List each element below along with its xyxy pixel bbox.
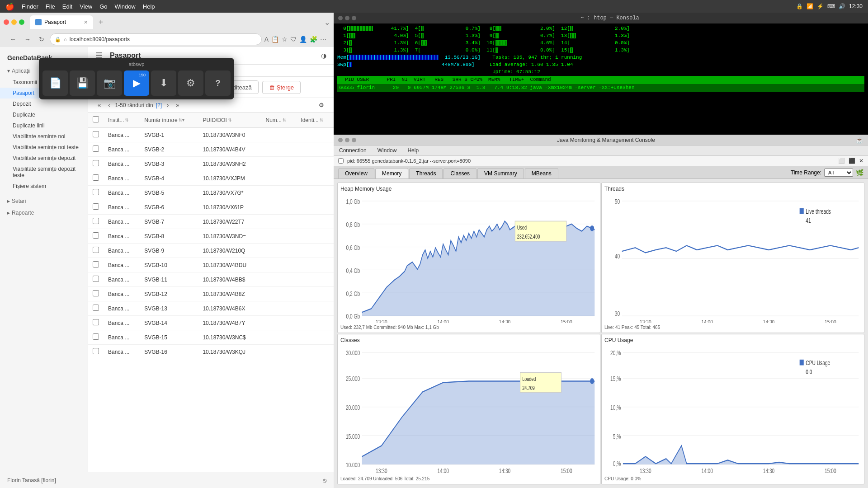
jc-tl-2[interactable] [345,138,349,142]
jc-menu-connection[interactable]: Connection [337,146,368,155]
sidebar-section-setari[interactable]: ▸ Setări [0,195,88,207]
table-row[interactable]: Banca ... SVGB-2 10.18730/W4B4V [88,142,334,157]
row-checkbox-0[interactable] [88,128,104,142]
more-icon[interactable]: ⋯ [320,36,326,43]
table-row[interactable]: Banca ... SVGB-14 10.18730/W4B7Y [88,316,334,330]
sidebar-item-viabilitate-depozit-teste[interactable]: Viabilitate semințe depozit teste [0,164,88,181]
jc-tab-memory[interactable]: Memory [375,168,408,178]
profile-icon[interactable]: 👤 [299,36,307,43]
apple-menu[interactable]: 🍎 [5,2,14,11]
mac-menu-help[interactable]: Help [143,3,155,10]
col-header-instit[interactable]: Instit...⇅ [104,113,140,128]
row-checkbox-12[interactable] [88,301,104,316]
ft-help-button[interactable]: ? [205,70,231,96]
jc-tab-classes[interactable]: Classes [443,168,476,178]
theme-toggle-icon[interactable]: ◑ [321,52,326,59]
sidebar-item-duplicate-linii[interactable]: Duplicate linii [0,120,88,131]
select-all-checkbox-header[interactable] [88,113,104,128]
table-row[interactable]: Banca ... SVGB-4 10.18730/VXJPM [88,171,334,186]
row-checkbox-14[interactable] [88,330,104,345]
table-row[interactable]: Banca ... SVGB-1 10.18730/W3NF0 [88,128,334,142]
jc-menu-help[interactable]: Help [406,146,420,155]
row-checkbox-6[interactable] [88,215,104,229]
sidebar-item-viabilitate-noi[interactable]: Viabilitate semințe noi [0,131,88,142]
page-settings-button[interactable]: ⚙ [316,101,326,109]
reader-icon[interactable]: 📋 [271,36,279,43]
table-row[interactable]: Banca ... SVGB-15 10.18730/W3NC$ [88,330,334,345]
sidebar-section-rapoarte[interactable]: ▸ Rapoarte [0,207,88,219]
jc-tab-vmsummary[interactable]: VM Summary [477,168,524,178]
bookmark-icon[interactable]: ☆ [282,36,288,43]
mac-menu-view[interactable]: View [80,3,92,10]
table-row[interactable]: Banca ... SVGB-3 10.18730/W3NH2 [88,157,334,171]
row-checkbox-10[interactable] [88,272,104,287]
traffic-light-maximize[interactable] [19,19,24,25]
sidebar-item-depozit[interactable]: Depozit [0,99,88,109]
jconsole-close-icon[interactable]: ✕ [859,158,863,164]
ft-play-button[interactable]: ▶ 150 [124,70,149,96]
table-row[interactable]: Banca ... SVGB-16 10.18730/W3KQJ [88,345,334,359]
address-bar[interactable]: 🔒 ⌂ localhost:8090/pasaports [50,33,262,45]
pagination-help[interactable]: [?] [156,102,162,108]
mac-menu-file[interactable]: File [46,3,55,10]
mac-menu-finder[interactable]: Finder [22,3,38,10]
traffic-light-close[interactable] [4,19,9,25]
table-row[interactable]: Banca ... SVGB-6 10.18730/VX61P [88,200,334,215]
new-tab-button[interactable]: + [95,18,107,27]
jc-tab-overview[interactable]: Overview [338,168,374,178]
ft-save-button[interactable]: 💾 [70,70,95,96]
nav-refresh-button[interactable]: ↻ [36,35,47,44]
jconsole-minimize-icon[interactable]: ⬜ [838,158,845,164]
first-page-button[interactable]: « [95,101,103,109]
row-checkbox-2[interactable] [88,157,104,171]
ft-download-button[interactable]: ⬇ [151,70,176,96]
jc-menu-window[interactable]: Window [376,146,399,155]
htop-process-line[interactable]: 66555 florin 20 0 6957M 1748M 27536 S 1.… [337,84,864,92]
tab-search-icon[interactable]: ⌄ [324,18,330,27]
delete-button[interactable]: 🗑 Șterge [262,81,301,94]
shield-icon[interactable]: 🛡 [290,36,297,43]
sidebar-item-fisiere-sistem[interactable]: Fișiere sistem [0,181,88,192]
ft-upload-button[interactable]: 📄 [42,70,68,96]
jconsole-pid-checkbox[interactable] [338,158,344,164]
jc-tab-threads[interactable]: Threads [409,168,443,178]
logout-icon[interactable]: ⎋ [323,477,326,484]
mac-menu-window[interactable]: Window [115,3,136,10]
table-row[interactable]: Banca ... SVGB-5 10.18730/VX7G* [88,186,334,200]
table-row[interactable]: Banca ... SVGB-11 10.18730/W4BB$ [88,272,334,287]
timerange-select[interactable]: All 1 min 5 min 10 min 30 min 1 hour [824,169,853,177]
sidebar-item-duplicate[interactable]: Duplicate [0,109,88,120]
prev-page-button[interactable]: ‹ [106,101,112,109]
col-header-puid[interactable]: PUID/DOI⇅ [198,113,261,128]
browser-tab-pasaport[interactable]: Pasaport ✕ [30,15,93,29]
jc-tab-mbeans[interactable]: MBeans [525,168,558,178]
row-checkbox-5[interactable] [88,200,104,215]
col-header-identi[interactable]: Identi...⇅ [296,113,334,128]
row-checkbox-15[interactable] [88,345,104,359]
mac-menu-edit[interactable]: Edit [62,3,72,10]
row-checkbox-4[interactable] [88,186,104,200]
sidebar-item-viabilitate-depozit[interactable]: Viabilitate semințe depozit [0,153,88,164]
last-page-button[interactable]: » [174,101,181,109]
ft-settings-button[interactable]: ⚙ [178,70,203,96]
extension-icon[interactable]: 🧩 [310,36,317,43]
nav-forward-button[interactable]: → [22,35,33,44]
table-row[interactable]: Banca ... SVGB-13 10.18730/W4B6X [88,301,334,316]
mac-menu-go[interactable]: Go [99,3,107,10]
table-row[interactable]: Banca ... SVGB-10 10.18730/W4BDU [88,258,334,272]
row-checkbox-11[interactable] [88,287,104,301]
table-row[interactable]: Banca ... SVGB-9 10.18730/W210Q [88,244,334,258]
tab-close-button[interactable]: ✕ [84,19,88,25]
table-row[interactable]: Banca ... SVGB-8 10.18730/W3ND= [88,229,334,244]
row-checkbox-13[interactable] [88,316,104,330]
terminal-tl-1[interactable] [338,16,343,20]
sidebar-item-viabilitate-noi-teste[interactable]: Viabilitate semințe noi teste [0,142,88,153]
row-checkbox-7[interactable] [88,229,104,244]
terminal-tl-2[interactable] [345,16,349,20]
next-page-button[interactable]: › [165,101,171,109]
table-row[interactable]: Banca ... SVGB-12 10.18730/W4B8Z [88,287,334,301]
jc-tl-1[interactable] [338,138,343,142]
row-checkbox-9[interactable] [88,258,104,272]
row-checkbox-3[interactable] [88,171,104,186]
jc-tl-3[interactable] [352,138,356,142]
